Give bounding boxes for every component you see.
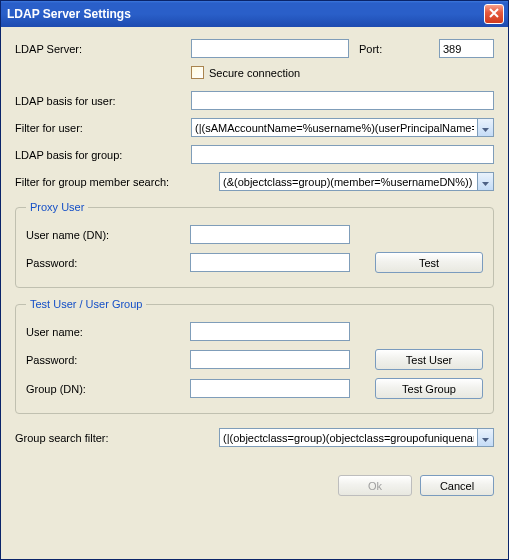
filter-user-dropdown-button[interactable] xyxy=(477,118,494,137)
proxy-password-input[interactable] xyxy=(190,253,350,272)
test-password-label: Password: xyxy=(26,354,190,366)
ldap-basis-group-label: LDAP basis for group: xyxy=(15,149,191,161)
window-title: LDAP Server Settings xyxy=(7,7,484,21)
port-input[interactable] xyxy=(439,39,494,58)
proxy-password-label: Password: xyxy=(26,257,190,269)
proxy-username-input[interactable] xyxy=(190,225,350,244)
filter-group-member-dropdown-button[interactable] xyxy=(477,172,494,191)
chevron-down-icon xyxy=(482,432,489,444)
cancel-button[interactable]: Cancel xyxy=(420,475,494,496)
ok-button[interactable]: Ok xyxy=(338,475,412,496)
filter-user-input[interactable] xyxy=(191,118,477,137)
dialog-content: LDAP Server: Port: Secure connection LDA… xyxy=(1,27,508,465)
port-label: Port: xyxy=(359,43,399,55)
chevron-down-icon xyxy=(482,122,489,134)
proxy-user-legend: Proxy User xyxy=(26,201,88,213)
test-button[interactable]: Test xyxy=(375,252,483,273)
proxy-user-group: Proxy User User name (DN): Password: Tes… xyxy=(15,201,494,288)
ldap-server-label: LDAP Server: xyxy=(15,43,191,55)
test-user-legend: Test User / User Group xyxy=(26,298,146,310)
test-user-button[interactable]: Test User xyxy=(375,349,483,370)
title-bar: LDAP Server Settings xyxy=(1,1,508,27)
ldap-basis-group-input[interactable] xyxy=(191,145,494,164)
group-search-filter-input[interactable] xyxy=(219,428,477,447)
test-username-input[interactable] xyxy=(190,322,350,341)
test-group-label: Group (DN): xyxy=(26,383,190,395)
group-search-filter-label: Group search filter: xyxy=(15,432,219,444)
test-group-button[interactable]: Test Group xyxy=(375,378,483,399)
test-username-label: User name: xyxy=(26,326,190,338)
test-user-group: Test User / User Group User name: Passwo… xyxy=(15,298,494,414)
proxy-username-label: User name (DN): xyxy=(26,229,190,241)
dialog-footer: Ok Cancel xyxy=(1,465,508,508)
test-password-input[interactable] xyxy=(190,350,350,369)
ldap-basis-user-label: LDAP basis for user: xyxy=(15,95,191,107)
test-group-input[interactable] xyxy=(190,379,350,398)
filter-group-member-input[interactable] xyxy=(219,172,477,191)
close-button[interactable] xyxy=(484,4,504,24)
close-icon xyxy=(489,7,499,21)
ldap-server-input[interactable] xyxy=(191,39,349,58)
ldap-basis-user-input[interactable] xyxy=(191,91,494,110)
group-search-filter-dropdown-button[interactable] xyxy=(477,428,494,447)
secure-connection-checkbox[interactable] xyxy=(191,66,204,79)
filter-user-label: Filter for user: xyxy=(15,122,191,134)
filter-group-member-label: Filter for group member search: xyxy=(15,176,219,188)
secure-connection-label: Secure connection xyxy=(209,67,300,79)
chevron-down-icon xyxy=(482,176,489,188)
